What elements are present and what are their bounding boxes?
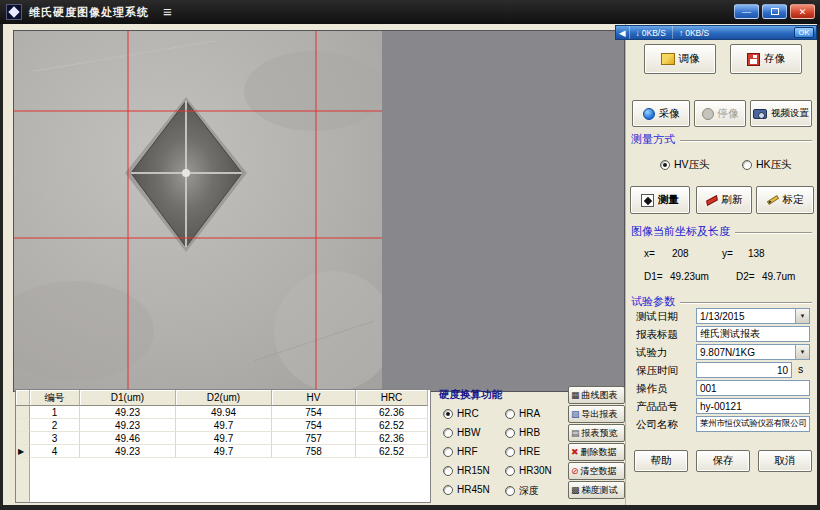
gradient-test-button[interactable]: ▩梯度测试 <box>568 481 625 499</box>
microscope-image[interactable] <box>14 31 382 391</box>
product-number-input[interactable]: hy-00121 <box>696 398 810 414</box>
report-title-value: 维氏测试报表 <box>700 327 760 341</box>
curve-chart-button[interactable]: ▦曲线图表 <box>568 386 625 404</box>
upload-speed: ↑ 0KB/S <box>672 26 715 39</box>
menu-icon[interactable]: ≡ <box>163 0 172 24</box>
save-image-button[interactable]: 存像 <box>730 44 802 74</box>
minimize-button[interactable]: — <box>734 4 759 19</box>
test-date-label: 测试日期 <box>636 308 678 324</box>
calibrate-pencil-icon <box>766 195 778 205</box>
measure-button[interactable]: 测量 <box>630 186 690 214</box>
adjust-image-button[interactable]: 调像 <box>644 44 716 74</box>
x-value: 208 <box>672 248 689 259</box>
acquire-image-button[interactable]: 采像 <box>632 100 690 127</box>
y-value: 138 <box>748 248 765 259</box>
maximize-button[interactable] <box>762 4 787 19</box>
test-date-combo[interactable]: 1/13/2015 ▼ <box>696 308 810 324</box>
x-label: x= <box>644 248 655 259</box>
download-speed-value: 0KB/S <box>642 28 666 38</box>
product-number-value: hy-00121 <box>700 401 742 412</box>
adjust-image-icon <box>661 53 675 65</box>
save-button[interactable]: 保存 <box>696 450 750 472</box>
dropdown-arrow-icon[interactable]: ▼ <box>795 345 809 359</box>
table-row[interactable]: 2 49.23 49.7 754 62.52 <box>16 419 430 432</box>
image-canvas[interactable] <box>13 30 625 392</box>
radio-hr15n[interactable]: HR15N <box>443 465 490 476</box>
radio-dot <box>443 409 453 419</box>
col-header-number[interactable]: 编号 <box>30 390 80 406</box>
speedbar-badge[interactable]: OK <box>794 27 814 38</box>
operator-input[interactable]: 001 <box>696 380 810 396</box>
divider <box>680 140 812 142</box>
radio-dot <box>443 428 453 438</box>
refresh-brush-icon <box>706 195 718 206</box>
results-table: 编号 D1(um) D2(um) HV HRC 1 49.23 49.94 75… <box>15 389 431 503</box>
delete-data-icon: ✖ <box>571 448 579 457</box>
col-header-hrc[interactable]: HRC <box>356 390 428 406</box>
app-logo-icon <box>6 4 22 20</box>
radio-dot <box>505 466 515 476</box>
table-row[interactable]: ▶ 4 49.23 49.7 758 62.52 <box>16 445 430 458</box>
report-title-input[interactable]: 维氏测试报表 <box>696 326 810 342</box>
delete-data-button[interactable]: ✖删除数据 <box>568 443 625 461</box>
selector-header-cell <box>16 390 30 406</box>
close-icon: ✕ <box>799 7 807 17</box>
radio-hra[interactable]: HRA <box>505 408 540 419</box>
video-settings-button[interactable]: 视频设置 <box>750 100 812 127</box>
app-window: 维氏硬度图像处理系统 ≡ — ✕ ◀ ↓ 0KB/S ↑ 0KB/S OK <box>0 0 820 510</box>
radio-hrf[interactable]: HRF <box>443 446 478 457</box>
divider <box>680 302 812 304</box>
radio-depth[interactable]: 深度 <box>505 484 539 498</box>
cancel-button[interactable]: 取消 <box>758 450 812 472</box>
table-row[interactable]: 1 49.23 49.94 754 62.36 <box>16 406 430 419</box>
col-header-hv[interactable]: HV <box>272 390 356 406</box>
report-preview-icon: ▤ <box>571 429 580 438</box>
d1-label: D1= <box>644 271 663 282</box>
save-image-icon <box>747 53 760 66</box>
y-label: y= <box>722 248 733 259</box>
radio-dot <box>505 409 515 419</box>
refresh-button[interactable]: 刷新 <box>696 186 752 214</box>
network-speed-widget[interactable]: ◀ ↓ 0KB/S ↑ 0KB/S OK <box>615 25 817 40</box>
product-number-label: 产品品号 <box>636 398 678 414</box>
dwell-time-input[interactable]: 10 <box>696 362 792 378</box>
radio-dot <box>505 428 515 438</box>
report-preview-button[interactable]: ▤报表预览 <box>568 424 625 442</box>
close-button[interactable]: ✕ <box>790 4 815 19</box>
clear-data-button[interactable]: ⊘清空数据 <box>568 462 625 480</box>
radio-hrb[interactable]: HRB <box>505 427 540 438</box>
radio-hk-indenter[interactable]: HK压头 <box>742 158 792 172</box>
radio-hbw[interactable]: HBW <box>443 427 480 438</box>
test-force-value: 9.807N/1KG <box>700 347 755 358</box>
radio-hre[interactable]: HRE <box>505 446 540 457</box>
measure-mode-section: 测量方式 <box>631 132 812 147</box>
table-row[interactable]: 3 49.46 49.7 757 62.36 <box>16 432 430 445</box>
minimize-icon: — <box>742 7 751 17</box>
radio-hrc[interactable]: HRC <box>443 408 479 419</box>
company-name-input[interactable]: 莱州市恒仪试验仪器有限公司 <box>696 416 810 432</box>
radio-hr30n[interactable]: HR30N <box>505 465 552 476</box>
coords-title: 图像当前坐标及长度 <box>631 224 730 239</box>
coords-section: 图像当前坐标及长度 <box>631 224 812 239</box>
freeze-image-button: 停像 <box>694 100 746 127</box>
radio-hr45n[interactable]: HR45N <box>443 484 490 495</box>
collapse-icon[interactable]: ◀ <box>616 28 629 38</box>
titlebar: 维氏硬度图像处理系统 ≡ — ✕ <box>0 0 820 24</box>
radio-hv-indenter[interactable]: HV压头 <box>660 158 710 172</box>
gradient-test-icon: ▩ <box>571 486 580 495</box>
calibrate-button[interactable]: 标定 <box>756 186 814 214</box>
help-button[interactable]: 帮助 <box>634 450 688 472</box>
conversion-title: 硬度换算功能 <box>439 388 502 402</box>
data-action-buttons: ▦曲线图表 ▧导出报表 ▤报表预览 ✖删除数据 ⊘清空数据 ▩梯度测试 <box>568 386 625 500</box>
params-title: 试验参数 <box>631 294 675 309</box>
d2-label: D2= <box>736 271 755 282</box>
hardness-conversion-panel: 硬度换算功能 HRC HRA HBW HRB HRF HRE HR15N HR3… <box>435 388 565 505</box>
col-header-d2[interactable]: D2(um) <box>176 390 272 406</box>
company-name-label: 公司名称 <box>636 416 678 432</box>
dropdown-arrow-icon[interactable]: ▼ <box>795 309 809 323</box>
operator-label: 操作员 <box>636 380 668 396</box>
test-force-combo[interactable]: 9.807N/1KG ▼ <box>696 344 810 360</box>
export-report-button[interactable]: ▧导出报表 <box>568 405 625 423</box>
col-header-d1[interactable]: D1(um) <box>80 390 176 406</box>
operator-value: 001 <box>700 383 717 394</box>
